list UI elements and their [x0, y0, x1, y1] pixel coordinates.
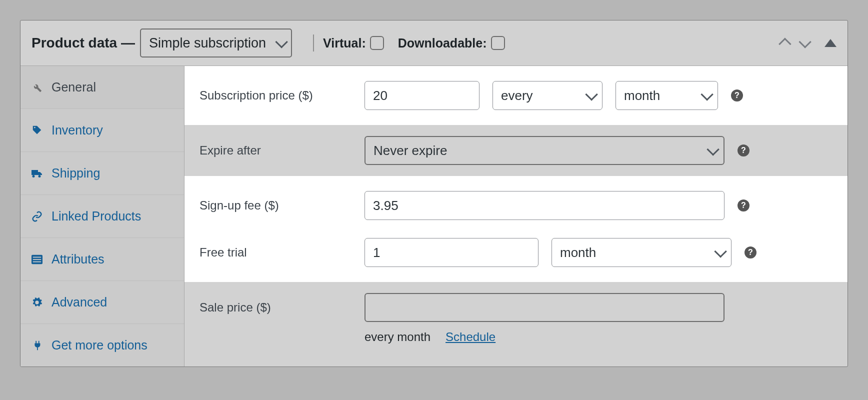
svg-rect-1: [33, 256, 42, 258]
subscription-price-input[interactable]: 20: [364, 81, 480, 110]
plug-icon: [30, 340, 44, 351]
tab-label: Advanced: [52, 295, 107, 310]
tab-label: Shipping: [52, 166, 100, 180]
tab-linked-products[interactable]: Linked Products: [20, 195, 184, 238]
field-label: Sign-up fee ($): [200, 198, 364, 212]
tab-label: Inventory: [52, 123, 103, 138]
chevron-down-icon: [702, 88, 710, 104]
row-free-trial: Free trial 1 month ?: [184, 229, 848, 282]
product-type-value: Simple subscription: [149, 36, 266, 51]
chevron-down-icon: [715, 245, 724, 260]
tab-general[interactable]: General: [20, 66, 184, 109]
free-trial-input[interactable]: 1: [364, 238, 538, 267]
field-label: Sale price ($): [200, 300, 364, 314]
tab-content: Subscription price ($) 20 every month ?: [184, 66, 848, 366]
tabs-sidebar: General Inventory Shipping Linked Produc…: [20, 66, 184, 366]
tab-label: Linked Products: [52, 209, 141, 224]
move-up-icon[interactable]: [782, 36, 790, 50]
help-icon[interactable]: ?: [738, 144, 750, 156]
downloadable-group: Downloadable:: [398, 36, 505, 50]
tab-attributes[interactable]: Attributes: [20, 238, 184, 281]
panel-header: Product data — Simple subscription Virtu…: [20, 20, 848, 66]
downloadable-checkbox[interactable]: [491, 36, 505, 50]
tab-label: General: [52, 80, 96, 94]
field-label: Subscription price ($): [200, 88, 364, 102]
help-icon[interactable]: ?: [744, 246, 756, 258]
tag-icon: [30, 125, 44, 136]
sale-price-note: every month: [364, 330, 430, 344]
tab-advanced[interactable]: Advanced: [20, 281, 184, 324]
downloadable-label: Downloadable:: [398, 36, 487, 50]
panel-title: Product data —: [32, 35, 135, 51]
field-label: Expire after: [200, 144, 364, 158]
collapse-icon[interactable]: [824, 39, 836, 47]
gear-icon: [30, 297, 44, 308]
chevron-down-icon: [586, 88, 595, 104]
row-sale-price: Sale price ($): [184, 282, 848, 327]
link-icon: [30, 211, 44, 222]
svg-rect-3: [33, 261, 42, 262]
tab-label: Attributes: [52, 252, 104, 266]
truck-icon: [30, 168, 44, 179]
row-signup-fee: Sign-up fee ($) 3.95 ?: [184, 176, 848, 229]
field-label: Free trial: [200, 246, 364, 260]
subscription-interval-select[interactable]: every: [492, 81, 602, 110]
product-data-panel: Product data — Simple subscription Virtu…: [20, 20, 848, 367]
virtual-label: Virtual:: [323, 36, 366, 50]
list-icon: [30, 254, 44, 264]
panel-reorder-controls: [782, 36, 836, 50]
svg-rect-2: [33, 259, 42, 260]
schedule-link[interactable]: Schedule: [446, 330, 496, 344]
virtual-checkbox[interactable]: [370, 36, 384, 50]
tab-label: Get more options: [52, 338, 148, 352]
wrench-icon: [30, 82, 44, 93]
sale-price-subrow: every month Schedule: [184, 327, 848, 353]
product-type-select[interactable]: Simple subscription: [140, 28, 292, 58]
subscription-period-select[interactable]: month: [616, 81, 718, 110]
divider: [313, 34, 314, 52]
free-trial-period-select[interactable]: month: [552, 238, 732, 267]
move-down-icon[interactable]: [800, 36, 808, 50]
row-expire-after: Expire after Never expire ?: [184, 125, 848, 176]
expire-after-select[interactable]: Never expire: [364, 136, 724, 165]
chevron-down-icon: [276, 36, 285, 51]
row-subscription-price: Subscription price ($) 20 every month ?: [184, 66, 848, 125]
help-icon[interactable]: ?: [738, 200, 750, 212]
tab-get-more-options[interactable]: Get more options: [20, 324, 184, 366]
panel-body: General Inventory Shipping Linked Produc…: [20, 66, 848, 366]
chevron-down-icon: [708, 143, 716, 158]
tab-inventory[interactable]: Inventory: [20, 109, 184, 152]
help-icon[interactable]: ?: [731, 90, 743, 102]
sale-price-input[interactable]: [364, 293, 724, 322]
virtual-group: Virtual:: [323, 36, 384, 50]
tab-shipping[interactable]: Shipping: [20, 152, 184, 195]
signup-fee-input[interactable]: 3.95: [364, 191, 724, 220]
